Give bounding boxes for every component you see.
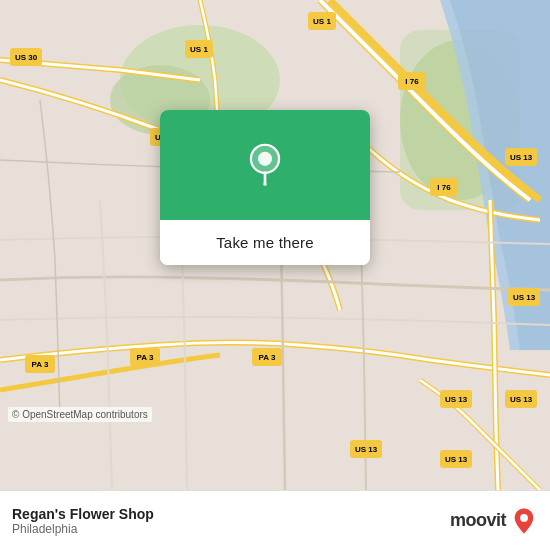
- svg-text:US 13: US 13: [510, 153, 533, 162]
- svg-text:US 13: US 13: [445, 455, 468, 464]
- svg-point-37: [263, 183, 267, 187]
- svg-text:US 13: US 13: [355, 445, 378, 454]
- map-container: US 1 US 1 US 30 I 76 I 76 US 13 US 13 US…: [0, 0, 550, 490]
- svg-text:PA 3: PA 3: [137, 353, 154, 362]
- bottom-bar: Regan's Flower Shop Philadelphia moovit: [0, 490, 550, 550]
- moovit-pin-icon: [510, 507, 538, 535]
- popup-card: Take me there: [160, 110, 370, 265]
- svg-text:US 13: US 13: [510, 395, 533, 404]
- moovit-logo: moovit: [450, 507, 538, 535]
- moovit-text: moovit: [450, 510, 506, 531]
- place-info: Regan's Flower Shop Philadelphia: [12, 506, 440, 536]
- place-city: Philadelphia: [12, 522, 440, 536]
- svg-text:US 1: US 1: [190, 45, 208, 54]
- svg-point-38: [520, 514, 528, 522]
- svg-text:US 1: US 1: [313, 17, 331, 26]
- location-pin-icon: [243, 143, 287, 187]
- svg-text:PA 3: PA 3: [32, 360, 49, 369]
- svg-text:I 76: I 76: [405, 77, 419, 86]
- svg-point-36: [258, 152, 272, 166]
- place-name: Regan's Flower Shop: [12, 506, 440, 522]
- take-me-there-button[interactable]: Take me there: [160, 220, 370, 265]
- svg-text:PA 3: PA 3: [259, 353, 276, 362]
- svg-text:US 30: US 30: [15, 53, 38, 62]
- svg-text:I 76: I 76: [437, 183, 451, 192]
- popup-green-area: [160, 110, 370, 220]
- svg-text:US 13: US 13: [513, 293, 536, 302]
- map-attribution: © OpenStreetMap contributors: [8, 407, 152, 422]
- svg-text:US 13: US 13: [445, 395, 468, 404]
